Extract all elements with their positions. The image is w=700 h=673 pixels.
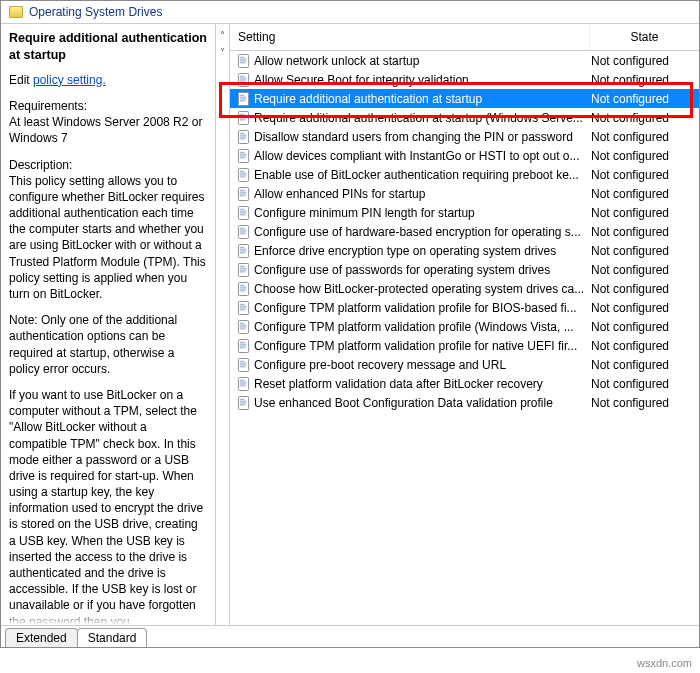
setting-name: Configure use of hardware-based encrypti… xyxy=(254,225,591,239)
svg-rect-7 xyxy=(239,77,246,78)
list-item[interactable]: Configure use of passwords for operating… xyxy=(230,260,699,279)
list-item[interactable]: Require additional authentication at sta… xyxy=(230,89,699,108)
svg-rect-86 xyxy=(239,379,244,380)
description-p2: Note: Only one of the additional authent… xyxy=(9,312,207,377)
svg-rect-16 xyxy=(239,113,244,114)
folder-icon xyxy=(9,6,23,18)
setting-state: Not configured xyxy=(591,206,693,220)
list-item[interactable]: Disallow standard users from changing th… xyxy=(230,127,699,146)
tabs-bar: Extended Standard xyxy=(1,625,699,647)
setting-name: Configure pre-boot recovery message and … xyxy=(254,358,591,372)
svg-rect-66 xyxy=(239,303,244,304)
svg-rect-43 xyxy=(239,212,246,213)
setting-state: Not configured xyxy=(591,396,693,410)
svg-rect-74 xyxy=(239,328,245,329)
svg-rect-42 xyxy=(239,210,246,211)
policy-icon xyxy=(236,225,250,239)
setting-name: Choose how BitLocker-protected operating… xyxy=(254,282,591,296)
tab-extended[interactable]: Extended xyxy=(5,628,78,647)
svg-rect-89 xyxy=(239,385,245,386)
description-p1: This policy setting allows you to config… xyxy=(9,174,206,301)
setting-state: Not configured xyxy=(591,225,693,239)
svg-rect-39 xyxy=(239,195,245,196)
list-item[interactable]: Reset platform validation data after Bit… xyxy=(230,374,699,393)
policy-icon xyxy=(236,187,250,201)
list-item[interactable]: Configure TPM platform validation profil… xyxy=(230,336,699,355)
list-item[interactable]: Allow Secure Boot for integrity validati… xyxy=(230,70,699,89)
svg-rect-87 xyxy=(239,381,246,382)
policy-icon xyxy=(236,130,250,144)
setting-state: Not configured xyxy=(591,54,693,68)
requirements-text: At least Windows Server 2008 R2 or Windo… xyxy=(9,115,202,145)
setting-name: Disallow standard users from changing th… xyxy=(254,130,591,144)
svg-rect-94 xyxy=(239,404,245,405)
svg-rect-64 xyxy=(239,290,245,291)
svg-rect-57 xyxy=(239,267,246,268)
tab-standard[interactable]: Standard xyxy=(77,628,148,647)
svg-rect-78 xyxy=(239,345,246,346)
chevron-up-icon[interactable]: ˄ xyxy=(220,30,225,41)
svg-rect-88 xyxy=(239,383,246,384)
svg-rect-33 xyxy=(239,174,246,175)
list-item[interactable]: Configure minimum PIN length for startup… xyxy=(230,203,699,222)
svg-rect-27 xyxy=(239,153,246,154)
svg-rect-48 xyxy=(239,231,246,232)
chevron-down-icon[interactable]: ˅ xyxy=(220,47,225,58)
svg-rect-34 xyxy=(239,176,245,177)
list-item[interactable]: Enforce drive encryption type on operati… xyxy=(230,241,699,260)
list-item[interactable]: Configure TPM platform validation profil… xyxy=(230,317,699,336)
setting-name: Configure TPM platform validation profil… xyxy=(254,320,591,334)
setting-name: Configure TPM platform validation profil… xyxy=(254,339,591,353)
svg-rect-1 xyxy=(239,56,244,57)
svg-rect-17 xyxy=(239,115,246,116)
window-title: Operating System Drives xyxy=(29,5,162,19)
list-item[interactable]: Allow enhanced PINs for startupNot confi… xyxy=(230,184,699,203)
svg-rect-69 xyxy=(239,309,245,310)
policy-heading: Require additional authentication at sta… xyxy=(9,30,207,64)
setting-state: Not configured xyxy=(591,130,693,144)
policy-icon xyxy=(236,377,250,391)
list-item[interactable]: Choose how BitLocker-protected operating… xyxy=(230,279,699,298)
list-item[interactable]: Configure pre-boot recovery message and … xyxy=(230,355,699,374)
svg-rect-18 xyxy=(239,117,246,118)
svg-rect-22 xyxy=(239,134,246,135)
svg-rect-44 xyxy=(239,214,245,215)
svg-rect-77 xyxy=(239,343,246,344)
header-setting[interactable]: Setting xyxy=(230,24,589,50)
setting-name: Enable use of BitLocker authentication r… xyxy=(254,168,591,182)
list-item[interactable]: Use enhanced Boot Configuration Data val… xyxy=(230,393,699,412)
setting-name: Configure minimum PIN length for startup xyxy=(254,206,591,220)
policy-icon xyxy=(236,244,250,258)
svg-rect-62 xyxy=(239,286,246,287)
edit-line: Edit policy setting. xyxy=(9,72,207,88)
setting-name: Enforce drive encryption type on operati… xyxy=(254,244,591,258)
settings-list[interactable]: Allow network unlock at startupNot confi… xyxy=(230,51,699,625)
svg-rect-84 xyxy=(239,366,245,367)
edit-policy-link[interactable]: policy setting. xyxy=(33,73,106,87)
list-item[interactable]: Require additional authentication at sta… xyxy=(230,108,699,127)
splitter[interactable]: ˄ ˅ xyxy=(216,24,230,625)
svg-rect-71 xyxy=(239,322,244,323)
svg-rect-24 xyxy=(239,138,245,139)
setting-state: Not configured xyxy=(591,149,693,163)
svg-rect-58 xyxy=(239,269,246,270)
svg-rect-81 xyxy=(239,360,244,361)
setting-state: Not configured xyxy=(591,377,693,391)
svg-rect-83 xyxy=(239,364,246,365)
list-item[interactable]: Allow network unlock at startupNot confi… xyxy=(230,51,699,70)
setting-state: Not configured xyxy=(591,301,693,315)
setting-state: Not configured xyxy=(591,244,693,258)
svg-rect-29 xyxy=(239,157,245,158)
setting-name: Require additional authentication at sta… xyxy=(254,111,591,125)
svg-rect-59 xyxy=(239,271,245,272)
policy-icon xyxy=(236,339,250,353)
setting-name: Allow network unlock at startup xyxy=(254,54,591,68)
svg-rect-49 xyxy=(239,233,245,234)
list-item[interactable]: Allow devices compliant with InstantGo o… xyxy=(230,146,699,165)
list-item[interactable]: Configure TPM platform validation profil… xyxy=(230,298,699,317)
svg-rect-91 xyxy=(239,398,244,399)
list-item[interactable]: Enable use of BitLocker authentication r… xyxy=(230,165,699,184)
header-state[interactable]: State xyxy=(589,24,699,50)
svg-rect-76 xyxy=(239,341,244,342)
list-item[interactable]: Configure use of hardware-based encrypti… xyxy=(230,222,699,241)
